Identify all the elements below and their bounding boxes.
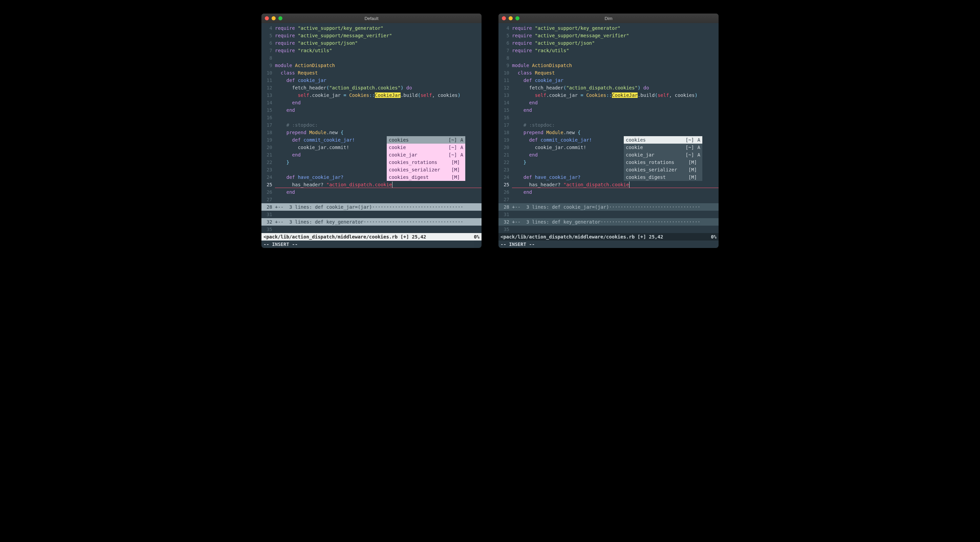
fold-line[interactable]: 28+-- 3 lines: def cookie_jar=(jar)·····… [261,203,482,211]
code-content [275,54,482,62]
code-line[interactable]: 17 # :stopdoc: [261,121,482,129]
code-line[interactable]: 31 [498,211,719,218]
code-content: # :stopdoc: [275,121,482,129]
code-content: self.cookie_jar = Cookies::CookieJar.bui… [275,91,482,99]
code-line[interactable]: 6require "active_support/json" [261,39,482,47]
code-content: end [512,106,719,114]
fold-line[interactable]: 32+-- 3 lines: def key_generator········… [261,218,482,226]
line-number: 22 [498,159,512,166]
minimize-icon[interactable] [272,16,276,20]
code-line[interactable]: 13 self.cookie_jar = Cookies::CookieJar.… [498,91,719,99]
close-icon[interactable] [502,16,506,20]
fold-content [275,211,482,218]
completion-item[interactable]: cookie[~]A [624,143,702,151]
completion-item[interactable]: cookie[~]A [387,143,465,151]
code-line[interactable]: 26 end [261,188,482,196]
code-line[interactable]: 15 end [261,106,482,114]
code-line[interactable]: 16 [498,114,719,121]
code-line[interactable]: 4require "active_support/key_generator" [498,24,719,32]
completion-meta: [M] [452,174,463,181]
code-content: end [275,106,482,114]
line-number: 27 [261,196,275,203]
maximize-icon[interactable] [278,16,282,20]
line-number: 35 [261,226,275,233]
line-number: 32 [498,218,512,226]
code-line[interactable]: 12 fetch_header("action_dispatch.cookies… [498,84,719,91]
code-line[interactable]: 7require "rack/utils" [261,47,482,54]
line-number: 4 [498,24,512,32]
fold-line[interactable]: 32+-- 3 lines: def key_generator········… [498,218,719,226]
titlebar[interactable]: Default [261,14,482,23]
editor-area[interactable]: 4require "active_support/key_generator"5… [261,23,482,233]
code-line[interactable]: 27 [261,196,482,203]
fold-content: +-- 3 lines: def cookie_jar=(jar)·······… [512,203,719,211]
line-number: 28 [498,203,512,211]
minimize-icon[interactable] [509,16,513,20]
code-line[interactable]: 11 def cookie_jar [498,77,719,84]
text-cursor [629,182,630,188]
code-line[interactable]: 12 fetch_header("action_dispatch.cookies… [261,84,482,91]
completion-item[interactable]: cookie_jar[~]A [624,151,702,159]
code-line[interactable]: 25 has_header? "action_dispatch.cookie [498,181,719,188]
code-line[interactable]: 25 has_header? "action_dispatch.cookie [261,181,482,188]
code-line[interactable]: 18 prepend Module.new { [261,129,482,136]
completion-popup[interactable]: cookies[~]Acookie[~]Acookie_jar[~]Acooki… [624,136,702,181]
completion-item[interactable]: cookies_serializer[M] [624,166,702,174]
code-content: require "rack/utils" [512,47,719,54]
code-line[interactable]: 6require "active_support/json" [498,39,719,47]
completion-item[interactable]: cookies_serializer[M] [387,166,465,174]
code-line[interactable]: 10 class Request [498,69,719,77]
code-line[interactable]: 16 [261,114,482,121]
code-line[interactable]: 18 prepend Module.new { [498,129,719,136]
editor-area[interactable]: 4require "active_support/key_generator"5… [498,23,719,233]
completion-item[interactable]: cookies[~]A [387,136,465,143]
completion-popup[interactable]: cookies[~]Acookie[~]Acookie_jar[~]Acooki… [387,136,465,181]
code-line[interactable]: 14 end [498,99,719,106]
line-number: 20 [498,143,512,151]
titlebar[interactable]: Dim [498,14,719,23]
code-line[interactable]: 8 [261,54,482,62]
completion-item[interactable]: cookies[~]A [624,136,702,143]
line-number: 15 [498,106,512,114]
code-line[interactable]: 9module ActionDispatch [261,62,482,69]
code-line[interactable]: 17 # :stopdoc: [498,121,719,129]
maximize-icon[interactable] [515,16,519,20]
code-line[interactable]: 11 def cookie_jar [261,77,482,84]
completion-word: cookies [626,136,646,143]
line-number: 25 [261,181,275,188]
traffic-lights [502,16,519,20]
code-line[interactable]: 4require "active_support/key_generator" [261,24,482,32]
code-line[interactable]: 7require "rack/utils" [498,47,719,54]
code-line[interactable]: 31 [261,211,482,218]
code-line[interactable]: 5require "active_support/message_verifie… [498,32,719,39]
code-line[interactable]: 27 [498,196,719,203]
line-number: 18 [261,129,275,136]
code-line[interactable]: 9module ActionDispatch [498,62,719,69]
code-line[interactable]: 15 end [498,106,719,114]
completion-item[interactable]: cookies_digest[M] [624,174,702,181]
completion-word: cookies_rotations [389,159,437,166]
line-number: 9 [261,62,275,69]
code-line[interactable]: 8 [498,54,719,62]
line-number: 28 [261,203,275,211]
line-number: 15 [261,106,275,114]
line-number: 6 [498,39,512,47]
code-line[interactable]: 26 end [498,188,719,196]
completion-item[interactable]: cookies_rotations[M] [624,159,702,166]
completion-item[interactable]: cookies_rotations[M] [387,159,465,166]
code-line[interactable]: 35 [498,226,719,233]
code-line[interactable]: 5require "active_support/message_verifie… [261,32,482,39]
code-content: end [512,188,719,196]
code-line[interactable]: 13 self.cookie_jar = Cookies::CookieJar.… [261,91,482,99]
code-line[interactable]: 35 [261,226,482,233]
code-line[interactable]: 14 end [261,99,482,106]
close-icon[interactable] [265,16,269,20]
line-number: 23 [261,166,275,174]
fold-line[interactable]: 28+-- 3 lines: def cookie_jar=(jar)·····… [498,203,719,211]
completion-word: cookie_jar [626,151,654,159]
completion-item[interactable]: cookie_jar[~]A [387,151,465,159]
code-line[interactable]: 10 class Request [261,69,482,77]
completion-item[interactable]: cookies_digest[M] [387,174,465,181]
status-path: <pack/lib/action_dispatch/middleware/coo… [501,233,663,241]
fold-content [512,226,719,233]
